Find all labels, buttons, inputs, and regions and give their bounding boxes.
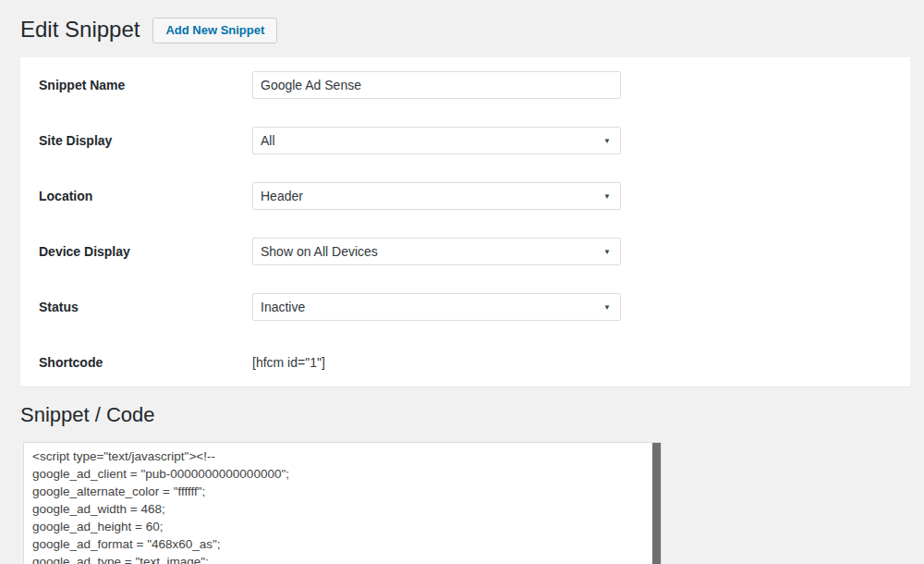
location-label: Location	[20, 182, 252, 210]
shortcode-value: [hfcm id="1"]	[252, 349, 621, 376]
device-display-label: Device Display	[20, 238, 252, 265]
code-line: google_ad_height = 60;	[32, 518, 642, 535]
device-display-select[interactable]: Show on All Devices ▼	[252, 238, 621, 265]
location-select[interactable]: Header ▼	[252, 182, 621, 210]
code-line: google_ad_format = "468x60_as";	[32, 535, 642, 553]
form-row-snippet-name: Snippet Name	[20, 71, 910, 127]
form-row-status: Status Inactive ▼	[20, 293, 910, 349]
code-line: google_alternate_color = "ffffff";	[32, 483, 642, 500]
site-display-label: Site Display	[20, 127, 252, 154]
chevron-down-icon: ▼	[603, 294, 611, 321]
form-row-location: Location Header ▼	[20, 182, 910, 238]
shortcode-label: Shortcode	[20, 349, 252, 376]
status-selected-value: Inactive	[261, 300, 305, 314]
site-display-selected-value: All	[261, 133, 275, 148]
snippet-form-panel: Snippet Name Site Display All ▼ Location…	[20, 57, 910, 386]
snippet-code-heading: Snippet / Code	[20, 403, 155, 427]
snippet-name-input[interactable]	[252, 71, 621, 99]
code-line: google_ad_width = 468;	[32, 500, 642, 518]
edit-snippet-page: Edit Snippet Add New Snippet Snippet Nam…	[0, 0, 924, 564]
site-display-select[interactable]: All ▼	[252, 127, 621, 154]
chevron-down-icon: ▼	[603, 128, 611, 154]
device-display-selected-value: Show on All Devices	[261, 244, 378, 259]
snippet-name-label: Snippet Name	[20, 71, 252, 99]
form-row-site-display: Site Display All ▼	[20, 127, 910, 182]
code-line: <script type="text/javascript"><!--	[32, 448, 642, 465]
add-new-snippet-button[interactable]: Add New Snippet	[152, 18, 277, 43]
code-line: google_ad_client = "pub-0000000000000000…	[32, 465, 642, 483]
form-row-shortcode: Shortcode [hfcm id="1"]	[20, 349, 910, 388]
page-title-row: Edit Snippet Add New Snippet	[0, 0, 924, 43]
status-label: Status	[20, 293, 252, 321]
page-title: Edit Snippet	[20, 18, 140, 42]
code-scrollbar-thumb[interactable]	[652, 443, 661, 564]
location-selected-value: Header	[261, 189, 303, 203]
code-line: google_ad_type = "text_image";	[32, 553, 642, 564]
chevron-down-icon: ▼	[603, 183, 611, 210]
form-row-device-display: Device Display Show on All Devices ▼	[20, 238, 910, 293]
status-select[interactable]: Inactive ▼	[252, 293, 621, 321]
snippet-code-textarea[interactable]: <script type="text/javascript"><!-- goog…	[23, 442, 662, 564]
chevron-down-icon: ▼	[603, 239, 611, 265]
